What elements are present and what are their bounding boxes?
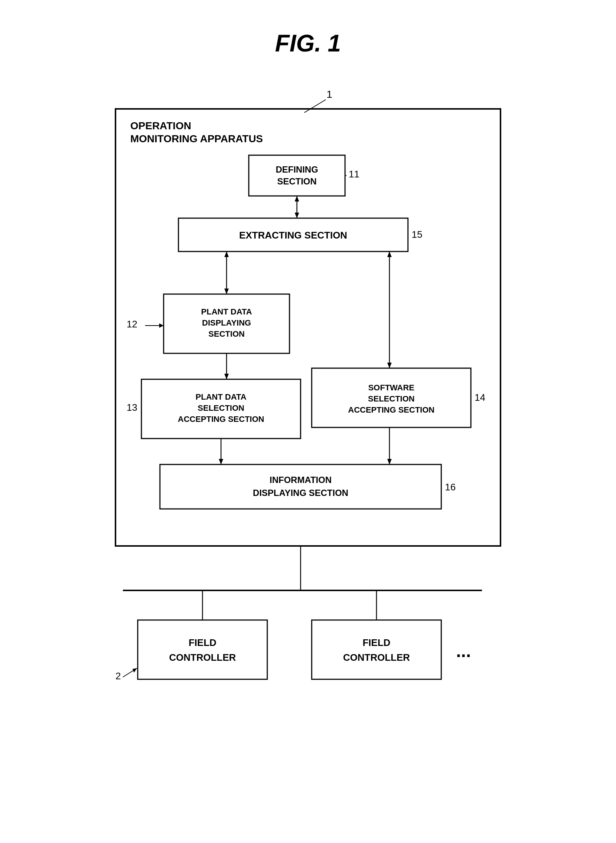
plant-data-displaying-text3: SECTION [208, 329, 245, 339]
ref-15: 15 [412, 229, 422, 240]
ref-2: 2 [116, 670, 121, 681]
extracting-section-text: EXTRACTING SECTION [239, 230, 347, 241]
arrow-defining-down [295, 213, 299, 218]
arrow-displaying-to-selection [224, 374, 229, 379]
field-controller-2-box [312, 620, 441, 679]
ref-14: 14 [475, 392, 485, 403]
ref-16: 16 [445, 482, 456, 493]
field-controller-2-text2: CONTROLLER [343, 652, 410, 663]
plant-data-selection-text2: SELECTION [198, 403, 244, 413]
main-box-label-line2: MONITORING APPARATUS [130, 133, 263, 144]
ref-1: 1 [327, 88, 333, 100]
arrow-extract-left-up [224, 251, 229, 257]
arrow-plant-selection-down [219, 459, 223, 464]
ref-13: 13 [127, 402, 137, 413]
field-controller-1-box [138, 620, 267, 679]
info-displaying-text2: DISPLAYING SECTION [253, 488, 348, 498]
main-box-label-line1: OPERATION [130, 120, 191, 132]
page-container: FIG. 1 1 OPERATION MONITORING APPARATUS … [49, 15, 567, 709]
defining-section-text2: SECTION [277, 176, 317, 186]
diagram-wrapper: 1 OPERATION MONITORING APPARATUS DEFININ… [49, 87, 567, 709]
field-controller-1-text2: CONTROLLER [169, 652, 236, 663]
arrow-extract-left-down [224, 289, 229, 294]
software-selection-text2: SELECTION [368, 394, 415, 403]
software-selection-text1: SOFTWARE [368, 383, 415, 392]
ellipsis: ... [456, 641, 471, 661]
arrow-ref2 [132, 668, 137, 673]
figure-title: FIG. 1 [275, 29, 341, 57]
svg-line-0 [304, 100, 326, 113]
arrow-ref12 [159, 323, 164, 328]
arrow-software-selection-down [387, 459, 392, 464]
field-controller-1-text1: FIELD [188, 637, 216, 648]
ref-11: 11 [349, 169, 359, 180]
ref-12: 12 [127, 319, 137, 330]
plant-data-selection-text1: PLANT DATA [195, 392, 246, 401]
arrow-extract-right-up [387, 251, 392, 257]
arrow-extract-right-down [387, 363, 392, 368]
plant-data-displaying-text2: DISPLAYING [202, 318, 251, 328]
field-controller-2-text1: FIELD [362, 637, 390, 648]
plant-data-displaying-text1: PLANT DATA [201, 307, 252, 316]
defining-section-box [249, 155, 345, 196]
plant-data-selection-text3: ACCEPTING SECTION [178, 414, 264, 424]
defining-section-text1: DEFINING [276, 164, 318, 175]
arrow-defining-up [295, 196, 299, 201]
software-selection-text3: ACCEPTING SECTION [348, 405, 434, 414]
info-displaying-text1: INFORMATION [270, 475, 332, 485]
info-displaying-box [160, 464, 441, 509]
main-diagram-svg: 1 OPERATION MONITORING APPARATUS DEFININ… [104, 87, 512, 709]
